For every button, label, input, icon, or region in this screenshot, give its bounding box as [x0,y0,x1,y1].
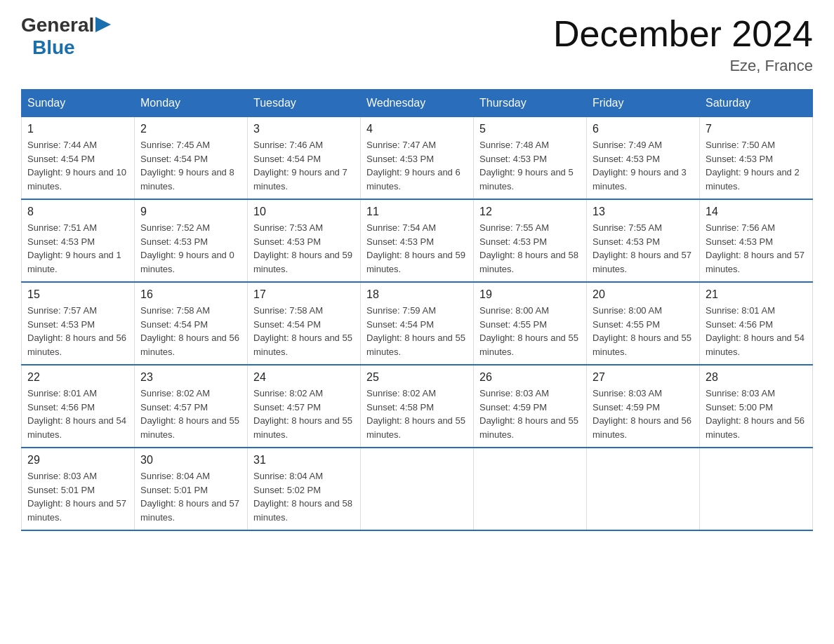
weekday-header-tuesday: Tuesday [248,90,361,117]
day-info: Sunrise: 8:02 AMSunset: 4:57 PMDaylight:… [140,388,239,440]
calendar-week-row: 29 Sunrise: 8:03 AMSunset: 5:01 PMDaylig… [22,448,813,530]
calendar-cell: 4 Sunrise: 7:47 AMSunset: 4:53 PMDayligh… [361,117,474,200]
calendar-cell: 9 Sunrise: 7:52 AMSunset: 4:53 PMDayligh… [135,199,248,282]
calendar-cell: 2 Sunrise: 7:45 AMSunset: 4:54 PMDayligh… [135,117,248,200]
day-info: Sunrise: 8:03 AMSunset: 5:00 PMDaylight:… [706,388,805,440]
calendar-cell: 29 Sunrise: 8:03 AMSunset: 5:01 PMDaylig… [22,448,135,530]
calendar-cell: 13 Sunrise: 7:55 AMSunset: 4:53 PMDaylig… [587,199,700,282]
day-info: Sunrise: 7:55 AMSunset: 4:53 PMDaylight:… [479,222,578,274]
day-number: 22 [27,371,128,384]
day-info: Sunrise: 8:03 AMSunset: 4:59 PMDaylight:… [593,388,691,440]
day-number: 29 [27,454,128,467]
day-number: 2 [140,123,241,135]
day-number: 27 [593,371,694,384]
day-info: Sunrise: 8:00 AMSunset: 4:55 PMDaylight:… [593,305,691,357]
calendar-cell: 5 Sunrise: 7:48 AMSunset: 4:53 PMDayligh… [474,117,587,200]
logo-arrow-icon [95,17,111,32]
day-number: 4 [366,123,468,135]
day-number: 28 [706,371,807,384]
calendar-cell: 14 Sunrise: 7:56 AMSunset: 4:53 PMDaylig… [700,199,813,282]
day-number: 5 [479,123,581,135]
day-number: 20 [593,288,694,301]
calendar-cell: 18 Sunrise: 7:59 AMSunset: 4:54 PMDaylig… [361,282,474,365]
day-info: Sunrise: 7:44 AMSunset: 4:54 PMDaylight:… [27,140,126,192]
logo: General Blue [21,14,111,59]
day-number: 9 [140,206,241,218]
logo-general-text: General [21,14,94,36]
day-info: Sunrise: 7:58 AMSunset: 4:54 PMDaylight:… [140,305,239,357]
day-number: 8 [27,206,128,218]
calendar-cell: 31 Sunrise: 8:04 AMSunset: 5:02 PMDaylig… [248,448,361,530]
day-number: 21 [706,288,807,301]
day-number: 23 [140,371,241,384]
calendar-cell: 23 Sunrise: 8:02 AMSunset: 4:57 PMDaylig… [135,365,248,448]
calendar-cell: 28 Sunrise: 8:03 AMSunset: 5:00 PMDaylig… [700,365,813,448]
weekday-header-friday: Friday [587,90,700,117]
calendar-cell: 12 Sunrise: 7:55 AMSunset: 4:53 PMDaylig… [474,199,587,282]
day-info: Sunrise: 8:01 AMSunset: 4:56 PMDaylight:… [27,388,126,440]
calendar-week-row: 1 Sunrise: 7:44 AMSunset: 4:54 PMDayligh… [22,117,813,200]
month-title: December 2024 [553,14,813,54]
day-info: Sunrise: 8:00 AMSunset: 4:55 PMDaylight:… [479,305,578,357]
calendar-cell: 6 Sunrise: 7:49 AMSunset: 4:53 PMDayligh… [587,117,700,200]
day-info: Sunrise: 8:02 AMSunset: 4:57 PMDaylight:… [253,388,352,440]
calendar-cell: 1 Sunrise: 7:44 AMSunset: 4:54 PMDayligh… [22,117,135,200]
day-number: 25 [366,371,468,384]
weekday-header-saturday: Saturday [700,90,813,117]
calendar-cell: 21 Sunrise: 8:01 AMSunset: 4:56 PMDaylig… [700,282,813,365]
day-info: Sunrise: 7:45 AMSunset: 4:54 PMDaylight:… [140,140,234,192]
location: Eze, France [553,57,813,75]
day-info: Sunrise: 8:03 AMSunset: 5:01 PMDaylight:… [27,471,126,523]
day-info: Sunrise: 7:51 AMSunset: 4:53 PMDaylight:… [27,222,121,274]
calendar-cell: 25 Sunrise: 8:02 AMSunset: 4:58 PMDaylig… [361,365,474,448]
day-info: Sunrise: 7:52 AMSunset: 4:53 PMDaylight:… [140,222,234,274]
day-info: Sunrise: 8:01 AMSunset: 4:56 PMDaylight:… [706,305,805,357]
weekday-header-thursday: Thursday [474,90,587,117]
calendar-cell: 8 Sunrise: 7:51 AMSunset: 4:53 PMDayligh… [22,199,135,282]
day-number: 30 [140,454,241,467]
day-info: Sunrise: 7:59 AMSunset: 4:54 PMDaylight:… [366,305,465,357]
day-number: 10 [253,206,355,218]
page-header: General Blue December 2024 Eze, France [21,14,813,75]
day-number: 3 [253,123,355,135]
day-number: 24 [253,371,355,384]
day-number: 6 [593,123,694,135]
weekday-header-sunday: Sunday [22,90,135,117]
day-number: 18 [366,288,468,301]
day-number: 15 [27,288,128,301]
title-block: December 2024 Eze, France [553,14,813,75]
day-info: Sunrise: 8:03 AMSunset: 4:59 PMDaylight:… [479,388,578,440]
calendar-cell: 10 Sunrise: 7:53 AMSunset: 4:53 PMDaylig… [248,199,361,282]
svg-marker-0 [95,17,111,32]
day-number: 7 [706,123,807,135]
day-number: 13 [593,206,694,218]
calendar-cell: 20 Sunrise: 8:00 AMSunset: 4:55 PMDaylig… [587,282,700,365]
day-info: Sunrise: 7:50 AMSunset: 4:53 PMDaylight:… [706,140,800,192]
day-info: Sunrise: 7:54 AMSunset: 4:53 PMDaylight:… [366,222,465,274]
day-info: Sunrise: 7:48 AMSunset: 4:53 PMDaylight:… [479,140,574,192]
day-number: 12 [479,206,581,218]
day-info: Sunrise: 8:04 AMSunset: 5:01 PMDaylight:… [140,471,239,523]
calendar-cell [474,448,587,530]
day-info: Sunrise: 7:47 AMSunset: 4:53 PMDaylight:… [366,140,461,192]
day-number: 11 [366,206,468,218]
calendar-cell: 3 Sunrise: 7:46 AMSunset: 4:54 PMDayligh… [248,117,361,200]
day-info: Sunrise: 7:55 AMSunset: 4:53 PMDaylight:… [593,222,691,274]
calendar-cell: 27 Sunrise: 8:03 AMSunset: 4:59 PMDaylig… [587,365,700,448]
day-info: Sunrise: 8:02 AMSunset: 4:58 PMDaylight:… [366,388,465,440]
day-info: Sunrise: 7:49 AMSunset: 4:53 PMDaylight:… [593,140,687,192]
calendar-cell: 7 Sunrise: 7:50 AMSunset: 4:53 PMDayligh… [700,117,813,200]
day-info: Sunrise: 7:53 AMSunset: 4:53 PMDaylight:… [253,222,352,274]
calendar-cell: 22 Sunrise: 8:01 AMSunset: 4:56 PMDaylig… [22,365,135,448]
weekday-header-wednesday: Wednesday [361,90,474,117]
calendar-week-row: 8 Sunrise: 7:51 AMSunset: 4:53 PMDayligh… [22,199,813,282]
calendar-week-row: 22 Sunrise: 8:01 AMSunset: 4:56 PMDaylig… [22,365,813,448]
day-number: 17 [253,288,355,301]
calendar-cell [361,448,474,530]
day-number: 26 [479,371,581,384]
logo-blue-text: Blue [32,36,75,58]
weekday-header-row: SundayMondayTuesdayWednesdayThursdayFrid… [22,90,813,117]
calendar-cell [700,448,813,530]
day-info: Sunrise: 7:58 AMSunset: 4:54 PMDaylight:… [253,305,352,357]
calendar-cell: 19 Sunrise: 8:00 AMSunset: 4:55 PMDaylig… [474,282,587,365]
